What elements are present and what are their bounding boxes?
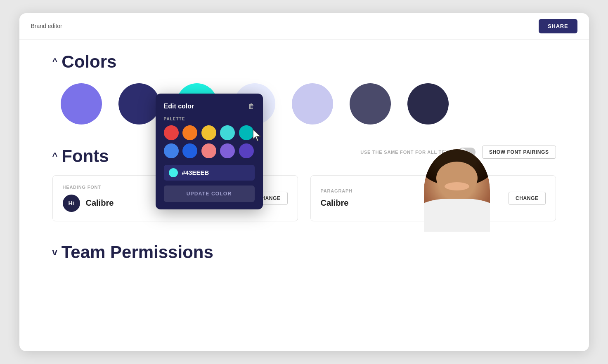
color-swatch-5[interactable] [292,83,333,124]
palette-dot-8[interactable] [201,143,216,158]
divider-2 [52,234,556,234]
fonts-section-header: ^ Fonts [52,146,109,166]
palette-dot-10[interactable] [239,143,254,158]
popup-title: Edit color [164,103,194,110]
woman-illustration [424,149,490,232]
colors-title: Colors [62,52,116,72]
palette-dot-6[interactable] [164,143,179,158]
share-button[interactable]: SHARE [539,19,577,33]
palette-dot-1[interactable] [164,125,179,140]
team-chevron-icon[interactable]: v [52,247,57,258]
palette-dot-7[interactable] [182,143,197,158]
color-hex-input[interactable] [182,169,250,176]
paragraph-font-left: Calibre [321,198,352,208]
header-title: Brand editor [31,23,62,29]
cursor-arrow-icon [251,129,263,142]
palette-dot-9[interactable] [220,143,235,158]
app-container: Brand editor SHARE ^ Colors [19,13,589,351]
paragraph-font-label: PARAGRAPH [321,188,352,193]
header: Brand editor SHARE [19,13,589,40]
colors-section: ^ Colors [52,52,556,124]
palette-dot-5[interactable] [239,125,254,140]
trash-icon[interactable]: 🗑 [248,103,255,110]
color-swatch-6[interactable] [350,83,391,124]
team-permissions-section: v Team Permissions [52,242,556,262]
colors-chevron-icon[interactable]: ^ [52,56,58,67]
colors-row [52,83,556,124]
fonts-chevron-icon[interactable]: ^ [52,151,58,162]
heading-font-name: Calibre [86,198,114,208]
palette-dot-4[interactable] [220,125,235,140]
color-swatch-7[interactable] [407,83,449,124]
team-permissions-title: Team Permissions [62,242,213,262]
palette-label: PALETTE [164,117,255,121]
palette-grid [164,125,255,158]
divider-1 [52,137,556,137]
colors-section-header: ^ Colors [52,52,556,72]
update-color-button[interactable]: UPDATE COLOR [164,186,255,202]
heading-font-left: Hi Calibre [63,195,114,212]
edit-color-popup: Edit color 🗑 PALETTE UPDATE COL [156,94,263,209]
paragraph-change-button[interactable]: CHANGE [509,192,546,205]
color-swatch-2[interactable] [118,83,160,124]
fonts-title: Fonts [62,146,109,166]
color-swatch-small [169,168,178,177]
palette-dot-3[interactable] [201,125,216,140]
main-content: ^ Colors ^ Fonts USE T [19,40,589,287]
palette-dot-2[interactable] [182,125,197,140]
svg-marker-0 [253,129,260,141]
popup-header: Edit color 🗑 [164,103,255,110]
heading-font-label: HEADING FONT [63,185,114,190]
paragraph-font-name: Calibre [321,198,349,208]
heading-font-icon: Hi [63,195,80,212]
show-font-pairings-button[interactable]: SHOW FONT PAIRINGS [482,146,556,159]
team-permissions-header: v Team Permissions [52,242,556,262]
color-input-row [164,165,255,181]
color-swatch-1[interactable] [61,83,102,124]
